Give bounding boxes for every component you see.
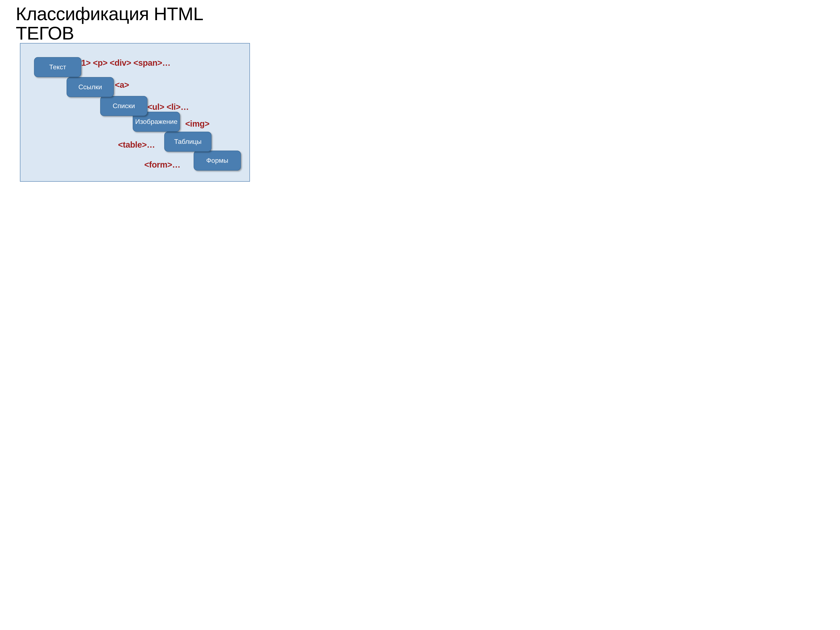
box-forms: Формы bbox=[194, 151, 241, 171]
tag-tables: <table>… bbox=[118, 140, 155, 150]
box-tables: Таблицы bbox=[164, 132, 212, 152]
tag-lists: <ul> <li>… bbox=[147, 102, 189, 112]
slide-title: Классификация HTML ТЕГОВ bbox=[16, 4, 251, 43]
tag-links: <a> bbox=[115, 80, 129, 90]
tag-forms: <form>… bbox=[144, 160, 180, 169]
box-links: Ссылки bbox=[66, 77, 114, 97]
box-text: Текст bbox=[34, 57, 81, 77]
slide: Классификация HTML ТЕГОВ 1> <p> <div> <s… bbox=[0, 0, 269, 202]
box-lists: Списки bbox=[100, 96, 147, 116]
diagram-panel: 1> <p> <div> <span>… <a> <ul> <li>… <img… bbox=[20, 43, 250, 182]
tag-images: <img> bbox=[185, 119, 209, 128]
tag-text: 1> <p> <div> <span>… bbox=[81, 58, 171, 68]
